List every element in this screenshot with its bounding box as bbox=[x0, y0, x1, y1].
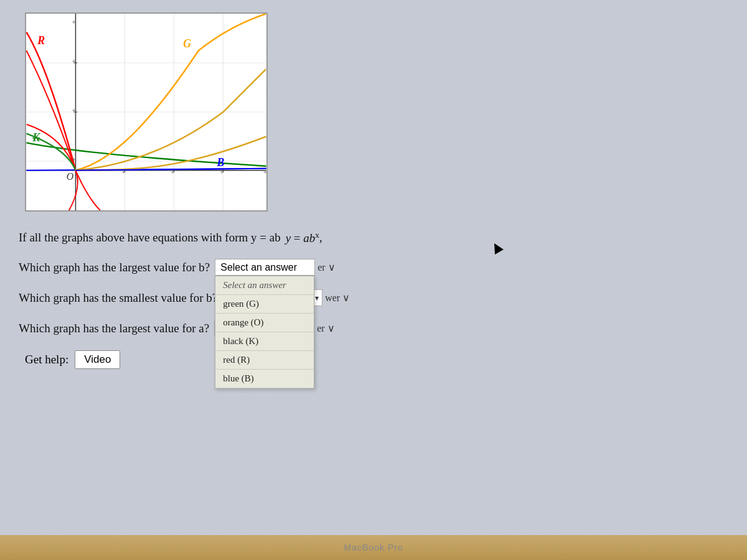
graph-svg: O bbox=[26, 14, 266, 210]
svg-text:B: B bbox=[217, 156, 225, 169]
svg-text:R: R bbox=[37, 34, 45, 47]
question-1-select[interactable]: Select an answer green (G) orange (O) bl… bbox=[215, 259, 315, 276]
dropdown-item-green[interactable]: green (G) bbox=[215, 295, 314, 314]
partial-answer-text-2: wer ∨ bbox=[325, 292, 350, 304]
dropdown-item-red[interactable]: red (R) bbox=[215, 351, 314, 370]
bottom-bar: MacBook Pro bbox=[0, 535, 747, 560]
question-1-text: Which graph has the largest value for b? bbox=[19, 261, 210, 274]
macbook-label: MacBook Pro bbox=[344, 543, 403, 553]
screen: O bbox=[0, 0, 747, 535]
svg-text:+: + bbox=[220, 168, 225, 177]
svg-text:+: + bbox=[72, 156, 77, 164]
svg-text:+: + bbox=[122, 168, 126, 177]
svg-text:O: O bbox=[67, 171, 74, 182]
intro-row: If all the graphs above have equations w… bbox=[19, 230, 573, 245]
partial-answer-text-3: er ∨ bbox=[317, 322, 334, 334]
partial-answer-text-1: er ∨ bbox=[317, 261, 335, 273]
svg-text:+: + bbox=[171, 168, 176, 177]
svg-text:+: + bbox=[72, 106, 77, 115]
question-3-text: Which graph has the largest value for a? bbox=[19, 322, 209, 335]
svg-text:K: K bbox=[32, 131, 40, 144]
questions-section: If all the graphs above have equations w… bbox=[19, 230, 573, 369]
svg-text:+: + bbox=[72, 18, 77, 27]
question-2-text: Which graph has the smallest value for b… bbox=[19, 291, 217, 305]
dropdown-item-blue[interactable]: blue (B) bbox=[215, 370, 314, 388]
intro-text: If all the graphs above have equations w… bbox=[19, 231, 281, 245]
svg-text:+: + bbox=[72, 57, 77, 66]
svg-text:G: G bbox=[183, 37, 191, 50]
question-1-dropdown-wrapper[interactable]: Select an answer green (G) orange (O) bl… bbox=[215, 259, 315, 276]
dropdown-item-select-answer[interactable]: Select an answer bbox=[215, 276, 314, 295]
dropdown-item-black[interactable]: black (K) bbox=[215, 332, 314, 351]
dropdown-open-overlay: Select an answer green (G) orange (O) bl… bbox=[215, 276, 314, 389]
question-1-row: Which graph has the largest value for b?… bbox=[19, 259, 573, 276]
graph-container: O bbox=[25, 12, 268, 212]
intro-comma: , bbox=[319, 231, 322, 245]
get-help-label: Get help: bbox=[25, 353, 68, 366]
dropdown-item-orange[interactable]: orange (O) bbox=[215, 314, 314, 332]
content-area: O bbox=[12, 12, 573, 369]
svg-text:+: + bbox=[263, 168, 266, 177]
video-button[interactable]: Video bbox=[75, 350, 120, 369]
intro-formula: y = abx bbox=[286, 230, 319, 245]
